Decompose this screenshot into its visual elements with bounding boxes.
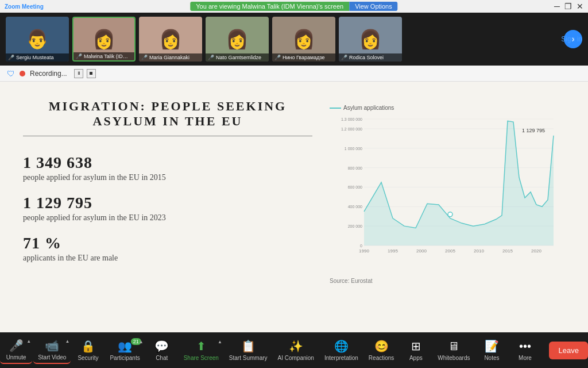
window-controls: ─ ❐ ✕ [554, 2, 583, 11]
toolbar-item-security[interactable]: 🔒 Security [72, 337, 104, 363]
sign-in-button[interactable]: Sign in [561, 35, 582, 43]
slide-chart: Asylum applications 0200 000400 000600 0… [324, 99, 565, 315]
toolbar-item-reactions[interactable]: 😊 Reactions [364, 337, 399, 363]
main-content-area: ✏️ MIGRATION: PEOPLE SEEKING ASYLUM IN T… [0, 82, 588, 332]
leave-button[interactable]: Leave [549, 342, 587, 359]
participant-card-malwina[interactable]: 👩 🎤 Malwina Talik (IDM Vienna) [72, 17, 136, 62]
toolbar-item-ai-companion[interactable]: ✨ AI Companion [273, 337, 319, 363]
participant-card-rodica[interactable]: 👩 🎤 Rodica Solovei [339, 17, 402, 62]
stat-number: 1 129 795 [23, 194, 312, 212]
security-icon: 🔒 [81, 339, 95, 353]
whiteboards-icon: 🖥 [448, 340, 459, 353]
title-bar-center: You are viewing Malwina Talik (IDM Vienn… [190, 2, 397, 11]
interpretation-icon: 🌐 [334, 339, 349, 353]
share-screen-icon: ⬆ [196, 339, 206, 353]
chart-legend: Asylum applications [330, 105, 559, 111]
recording-stop-button[interactable]: ⏹ [87, 69, 96, 78]
security-label: Security [78, 355, 98, 361]
stat-block: 71 % applicants in the EU are male [23, 234, 312, 263]
screen-share-banner: You are viewing Malwina Talik (IDM Vienn… [190, 2, 349, 11]
stat-blocks: 1 349 638 people applied for asylum in t… [23, 154, 312, 274]
svg-point-23 [448, 212, 452, 217]
participant-card-nino[interactable]: 👩 🎤 Нино Гварамадзе [272, 17, 335, 62]
notes-icon: 📝 [485, 339, 499, 353]
chat-icon: 💬 [154, 339, 169, 353]
stat-desc: applicants in the EU are male [23, 254, 312, 263]
svg-text:1.3 000 000: 1.3 000 000 [341, 117, 362, 121]
whiteboards-label: Whiteboards [438, 355, 470, 361]
participant-name-sergiu: 🎤 Sergiu Musteata [6, 53, 69, 62]
toolbar-item-notes[interactable]: 📝 Notes [475, 337, 508, 363]
more-label: More [519, 355, 532, 361]
participant-name-rodica: 🎤 Rodica Solovei [339, 53, 402, 62]
svg-text:1990: 1990 [359, 248, 369, 254]
svg-text:1.2 000 000: 1.2 000 000 [341, 127, 362, 131]
start-video-icon: 📹 [45, 339, 59, 352]
recording-bar: 🛡 Recording... ⏸ ⏹ [0, 66, 588, 82]
start-video-label: Start Video [38, 354, 66, 361]
svg-text:1995: 1995 [388, 248, 398, 254]
svg-text:600 000: 600 000 [348, 185, 362, 189]
reactions-label: Reactions [369, 355, 394, 361]
participant-card-sergiu[interactable]: 👨 🎤 Sergiu Musteata [6, 17, 69, 62]
toolbar-item-participants[interactable]: 21▲ 👥 Participants [105, 337, 144, 363]
toolbar: ▲ 🎤 Unmute ▲ 📹 Start Video 🔒 Security 21… [0, 332, 588, 368]
stat-block: 1 129 795 people applied for asylum in t… [23, 194, 312, 223]
zoom-shield-icon: 🛡 [7, 69, 15, 78]
toolbar-item-chat[interactable]: 💬 Chat [146, 337, 178, 363]
participant-name-nato: 🎤 Nato Gamtsemlidze [206, 53, 269, 62]
recording-indicator [20, 71, 25, 76]
slide-title: MIGRATION: PEOPLE SEEKING ASYLUM IN THE … [23, 99, 312, 136]
close-button[interactable]: ✕ [577, 2, 583, 11]
slide-panel: MIGRATION: PEOPLE SEEKING ASYLUM IN THE … [0, 82, 588, 332]
toolbar-item-whiteboards[interactable]: 🖥 Whiteboards [433, 338, 474, 363]
ai-companion-icon: ✨ [289, 339, 303, 353]
minimize-button[interactable]: ─ [554, 2, 560, 11]
svg-text:2010: 2010 [474, 248, 484, 254]
title-bar-left: Zoom Meeting [5, 3, 44, 10]
svg-text:1 000 000: 1 000 000 [345, 147, 362, 151]
stat-desc: people applied for asylum in the EU in 2… [23, 173, 312, 182]
participant-card-nato[interactable]: 👩 🎤 Nato Gamtsemlidze [206, 17, 269, 62]
title-bar: Zoom Meeting You are viewing Malwina Tal… [0, 0, 588, 13]
stat-desc: people applied for asylum in the EU in 2… [23, 213, 312, 223]
svg-text:2005: 2005 [445, 248, 455, 254]
svg-text:0: 0 [360, 244, 362, 248]
toolbar-item-interpretation[interactable]: 🌐 Interpretation [320, 337, 363, 363]
apps-icon: ⊞ [411, 339, 421, 353]
asylum-chart: 0200 000400 000600 000800 0001 000 0001.… [330, 113, 559, 274]
toolbar-item-share-screen[interactable]: ▲ ⬆ Share Screen [179, 337, 223, 363]
participant-name-maria: 🎤 Maria Giannakaki [139, 53, 202, 62]
interpretation-label: Interpretation [324, 355, 358, 361]
chart-source: Source: Eurostat [330, 278, 559, 284]
participant-card-maria[interactable]: 👩 🎤 Maria Giannakaki [139, 17, 202, 62]
slide-content: MIGRATION: PEOPLE SEEKING ASYLUM IN THE … [23, 99, 312, 315]
participants-label: Participants [110, 355, 140, 361]
stat-number: 71 % [23, 234, 312, 252]
participant-name-nino: 🎤 Нино Гварамадзе [272, 53, 335, 62]
toolbar-item-apps[interactable]: ⊞ Apps [400, 337, 432, 363]
svg-text:1 129 795: 1 129 795 [522, 128, 545, 133]
start-summary-icon: 📋 [241, 339, 256, 353]
participant-bar: 👨 🎤 Sergiu Musteata 👩 🎤 Malwina Talik (I… [0, 13, 588, 66]
reactions-icon: 😊 [374, 339, 389, 353]
toolbar-item-unmute[interactable]: ▲ 🎤 Unmute [0, 336, 32, 364]
toolbar-item-start-summary[interactable]: 📋 Start Summary [225, 337, 272, 363]
recording-controls: ⏸ ⏹ [74, 69, 96, 78]
stat-number: 1 349 638 [23, 154, 312, 172]
svg-text:800 000: 800 000 [348, 166, 362, 170]
participants-icon: 👥 [118, 339, 132, 353]
toolbar-item-more[interactable]: ••• More [509, 338, 541, 363]
unmute-icon: 🎤 [9, 339, 24, 352]
maximize-button[interactable]: ❐ [564, 2, 572, 11]
recording-pause-button[interactable]: ⏸ [74, 69, 83, 78]
stat-block: 1 349 638 people applied for asylum in t… [23, 154, 312, 182]
share-screen-label: Share Screen [184, 355, 219, 361]
toolbar-item-start-video[interactable]: ▲ 📹 Start Video [33, 336, 71, 364]
view-options-button[interactable]: View Options [349, 2, 398, 11]
participant-name-malwina: 🎤 Malwina Talik (IDM Vienna) [74, 52, 134, 60]
start-summary-label: Start Summary [229, 355, 268, 361]
recording-label: Recording... [30, 70, 67, 78]
ai-companion-label: AI Companion [278, 355, 314, 361]
unmute-label: Unmute [6, 354, 26, 361]
